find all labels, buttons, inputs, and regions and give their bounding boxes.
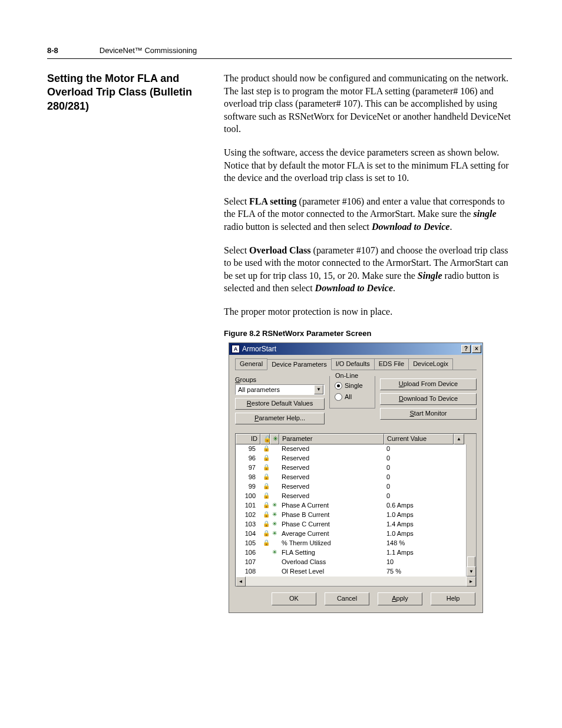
tab-eds-file[interactable]: EDS File <box>374 358 409 370</box>
cell-value: 0 <box>384 454 454 463</box>
col-value[interactable]: Current Value <box>384 434 454 444</box>
cell-param: Reserved <box>279 482 384 492</box>
lock-icon: 🔒 <box>260 501 270 510</box>
section-heading: Setting the Motor FLA and Overload Trip … <box>47 72 212 113</box>
table-row[interactable]: 97🔒Reserved0 <box>236 463 476 473</box>
lock-icon <box>260 567 270 577</box>
col-id[interactable]: ID <box>236 434 260 444</box>
table-row[interactable]: 108Ol Reset Level75 % <box>236 567 476 577</box>
restore-defaults-button[interactable]: Restore Default Values <box>235 398 325 410</box>
table-row[interactable]: 104🔒✳Average Current1.0 Amps <box>236 529 476 539</box>
parameter-help-button[interactable]: Parameter Help... <box>235 413 325 424</box>
lock-icon: 🔒 <box>260 520 270 529</box>
monitor-icon <box>270 454 279 463</box>
cell-value: 0.6 Amps <box>384 501 454 510</box>
app-icon: A <box>232 345 240 353</box>
table-row[interactable]: 103🔒✳Phase C Current1.4 Amps <box>236 520 476 529</box>
cancel-button[interactable]: Cancel <box>325 592 369 605</box>
table-row[interactable]: 107Overload Class10 <box>236 558 476 567</box>
monitor-icon: ✳ <box>270 548 279 558</box>
parameter-table: ID 🔒 ✳ Parameter Current Value ▲ 95🔒Rese… <box>235 433 477 587</box>
cell-value: 0 <box>384 482 454 492</box>
scroll-thumb[interactable] <box>467 556 475 567</box>
lock-icon <box>260 558 270 567</box>
monitor-icon: ✳ <box>270 520 279 529</box>
monitor-icon <box>270 567 279 577</box>
paragraph: Using the software, access the device pa… <box>224 146 512 185</box>
window-title: ArmorStart <box>242 345 460 353</box>
radio-single[interactable]: Single <box>335 382 370 390</box>
scroll-up-icon[interactable]: ▲ <box>454 434 464 444</box>
ok-button[interactable]: OK <box>272 592 316 605</box>
cell-value: 1.0 Amps <box>384 529 454 539</box>
lock-icon: 🔒 <box>260 510 270 520</box>
cell-id: 102 <box>236 510 260 520</box>
upload-button[interactable]: Upload From Device <box>380 378 477 390</box>
tab-device-params[interactable]: Device Parameters <box>267 359 332 370</box>
cell-value: 75 % <box>384 567 454 577</box>
cell-id: 104 <box>236 529 260 539</box>
chevron-down-icon[interactable]: ▼ <box>314 385 323 394</box>
v-scrollbar[interactable]: ▼ <box>466 444 476 577</box>
tab-general[interactable]: General <box>235 358 267 370</box>
cell-id: 103 <box>236 520 260 529</box>
help-button[interactable]: Help <box>431 592 475 605</box>
cell-id: 99 <box>236 482 260 492</box>
cell-param: Reserved <box>279 473 384 482</box>
table-row[interactable]: 96🔒Reserved0 <box>236 454 476 463</box>
table-row[interactable]: 106✳FLA Setting1.1 Amps <box>236 548 476 558</box>
monitor-icon <box>270 473 279 482</box>
monitor-icon: ✳ <box>270 529 279 539</box>
monitor-icon: ✳ <box>270 501 279 510</box>
cell-id: 108 <box>236 567 260 577</box>
cell-param: FLA Setting <box>279 548 384 558</box>
monitor-icon <box>270 539 279 548</box>
cell-value: 0 <box>384 463 454 473</box>
table-row[interactable]: 98🔒Reserved0 <box>236 473 476 482</box>
cell-value: 0 <box>384 444 454 454</box>
table-row[interactable]: 100🔒Reserved0 <box>236 492 476 501</box>
monitor-icon <box>270 492 279 501</box>
radio-all[interactable]: All <box>335 393 370 401</box>
lock-icon <box>260 548 270 558</box>
tab-io-defaults[interactable]: I/O Defaults <box>331 358 375 370</box>
table-row[interactable]: 105🔒% Therm Utilized148 % <box>236 539 476 548</box>
cell-value: 0 <box>384 492 454 501</box>
tab-devicelogix[interactable]: DeviceLogix <box>408 358 453 370</box>
close-icon[interactable]: × <box>472 345 481 353</box>
lock-icon: 🔒 <box>260 444 270 454</box>
radio-icon <box>335 382 342 390</box>
h-scrollbar[interactable]: ◄ ► <box>236 577 476 586</box>
cell-param: Phase C Current <box>279 520 384 529</box>
table-row[interactable]: 95🔒Reserved0 <box>236 444 476 454</box>
cell-param: Reserved <box>279 492 384 501</box>
scroll-left-icon[interactable]: ◄ <box>236 577 246 587</box>
groups-combo[interactable]: All parameters ▼ <box>235 384 325 395</box>
radio-icon <box>335 393 342 401</box>
cell-param: Reserved <box>279 444 384 454</box>
col-param[interactable]: Parameter <box>279 434 384 444</box>
body-text: The product should now be configured and… <box>224 72 512 613</box>
col-flag1[interactable]: 🔒 <box>260 434 270 444</box>
col-flag2[interactable]: ✳ <box>270 434 279 444</box>
table-row[interactable]: 99🔒Reserved0 <box>236 482 476 492</box>
cell-value: 1.1 Amps <box>384 548 454 558</box>
help-icon[interactable]: ? <box>461 345 471 353</box>
lock-icon: 🔒 <box>260 463 270 473</box>
scroll-right-icon[interactable]: ► <box>466 577 476 587</box>
figure-caption: Figure 8.2 RSNetWorx Parameter Screen <box>224 329 512 338</box>
paragraph: Select Overload Class (parameter #107) a… <box>224 244 512 295</box>
cell-param: Reserved <box>279 463 384 473</box>
table-row[interactable]: 102🔒✳Phase B Current1.0 Amps <box>236 510 476 520</box>
paragraph: The proper motor protection is now in pl… <box>224 305 512 318</box>
download-button[interactable]: Download To Device <box>380 393 477 405</box>
table-row[interactable]: 101🔒✳Phase A Current0.6 Amps <box>236 501 476 510</box>
apply-button[interactable]: Apply <box>378 592 422 605</box>
cell-param: % Therm Utilized <box>279 539 384 548</box>
cell-id: 95 <box>236 444 260 454</box>
cell-value: 1.4 Amps <box>384 520 454 529</box>
cell-id: 97 <box>236 463 260 473</box>
scroll-down-icon[interactable]: ▼ <box>467 566 476 577</box>
cell-id: 106 <box>236 548 260 558</box>
monitor-button[interactable]: Start Monitor <box>380 408 477 420</box>
